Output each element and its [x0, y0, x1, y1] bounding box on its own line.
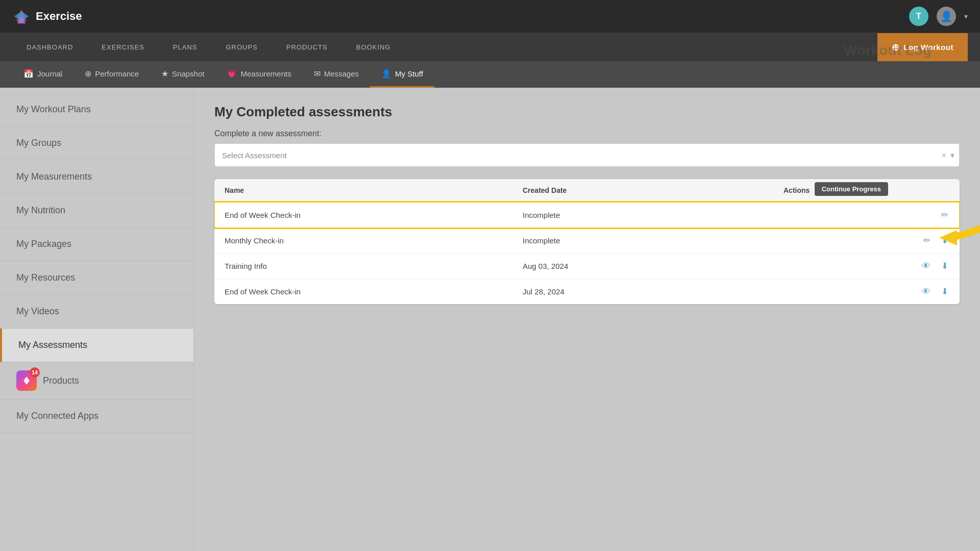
messages-icon: ✉ [314, 69, 321, 79]
main-layout: My Workout Plans My Groups My Measuremen… [0, 88, 980, 551]
table-row: Monthly Check-in Incomplete ✏ ⬇ [214, 228, 960, 254]
col-header-date: Created Date [512, 179, 773, 202]
cell-date-3: Jul 28, 2024 [512, 279, 773, 305]
tab-performance[interactable]: ⊕ Performance [74, 61, 150, 88]
app-name: Exercise [36, 10, 82, 23]
assessments-table: Name Created Date Actions Continue Progr… [214, 179, 960, 304]
select-controls: × ▾ [942, 151, 954, 160]
download-icon-2[interactable]: ⬇ [940, 260, 949, 272]
products-label: Products [43, 375, 79, 386]
user-avatar-teal[interactable]: T [909, 7, 928, 26]
tab-journal[interactable]: 📅 Journal [12, 61, 74, 88]
cell-name-1: Monthly Check-in [214, 228, 512, 254]
edit-icon-1[interactable]: ✏ [922, 235, 932, 246]
table-row: Training Info Aug 03, 2024 👁 ⬇ [214, 254, 960, 279]
top-header: Exercise T 👤 ▾ [0, 0, 980, 33]
sidebar-item-nutrition[interactable]: My Nutrition [0, 194, 193, 228]
select-assessment[interactable]: Select Assessment [214, 143, 960, 167]
cell-actions-3: 👁 ⬇ [773, 279, 960, 305]
cell-date-1: Incomplete [512, 228, 773, 254]
sidebar: My Workout Plans My Groups My Measuremen… [0, 88, 194, 551]
table-row: End of Week Check-in Incomplete ✏ [214, 202, 960, 228]
sidebar-item-products[interactable]: 14 Products [0, 362, 193, 399]
sidebar-item-workout-plans[interactable]: My Workout Plans [0, 93, 193, 127]
view-icon-2[interactable]: 👁 [921, 260, 932, 272]
tab-snapshot[interactable]: ★ Snapshot [150, 61, 215, 88]
logo-area: Exercise [12, 7, 82, 26]
sub-nav: 📅 Journal ⊕ Performance ★ Snapshot 💗 Mea… [0, 61, 980, 88]
nav-item-plans[interactable]: PLANS [159, 33, 212, 61]
cell-name-0: End of Week Check-in [214, 202, 512, 228]
sidebar-item-assessments[interactable]: My Assessments [0, 329, 193, 362]
col-header-name: Name [214, 179, 512, 202]
cell-name-2: Training Info [214, 254, 512, 279]
sidebar-item-connected-apps[interactable]: My Connected Apps [0, 399, 193, 433]
sidebar-item-measurements[interactable]: My Measurements [0, 160, 193, 194]
sidebar-item-groups[interactable]: My Groups [0, 127, 193, 160]
user-dropdown-arrow[interactable]: ▾ [964, 12, 968, 20]
user-avatar-grey[interactable]: 👤 [937, 7, 956, 26]
cell-actions-0: ✏ [773, 202, 960, 228]
table-header-row: Name Created Date Actions Continue Progr… [214, 179, 960, 202]
snapshot-icon: ★ [161, 69, 168, 79]
select-clear-icon[interactable]: × [942, 151, 946, 160]
tab-my-stuff[interactable]: 👤 My Stuff [370, 61, 434, 88]
continue-progress-tooltip: Continue Progress [815, 182, 888, 196]
cell-name-3: End of Week Check-in [214, 279, 512, 305]
table-row: End of Week Check-in Jul 28, 2024 👁 ⬇ [214, 279, 960, 305]
col-header-actions: Actions Continue Progress [773, 179, 960, 202]
nav-item-booking[interactable]: BOOKING [342, 33, 405, 61]
nav-item-products[interactable]: PRODUCTS [272, 33, 342, 61]
page-title: My Completed assessments [214, 104, 960, 120]
tab-measurements[interactable]: 💗 Measurements [215, 61, 302, 88]
journal-icon: 📅 [23, 69, 34, 79]
nav-bar: DASHBOARD EXERCISES PLANS GROUPS PRODUCT… [0, 33, 980, 61]
my-stuff-icon: 👤 [381, 69, 391, 79]
sidebar-item-resources[interactable]: My Resources [0, 261, 193, 295]
content-area: My Completed assessments Complete a new … [194, 88, 980, 551]
download-icon-1[interactable]: ⬇ [940, 235, 949, 246]
cell-actions-2: 👁 ⬇ [773, 254, 960, 279]
nav-item-dashboard[interactable]: DASHBOARD [12, 33, 87, 61]
header-right: T 👤 ▾ [909, 7, 968, 26]
nav-item-groups[interactable]: GROUPS [211, 33, 272, 61]
sidebar-item-videos[interactable]: My Videos [0, 295, 193, 329]
measurements-icon: 💗 [227, 69, 237, 79]
nav-item-exercises[interactable]: EXERCISES [87, 33, 158, 61]
view-icon-3[interactable]: 👁 [921, 286, 932, 297]
select-assessment-wrapper: Select Assessment × ▾ [214, 143, 960, 167]
edit-icon-0[interactable]: ✏ [940, 209, 949, 221]
tab-messages[interactable]: ✉ Messages [303, 61, 370, 88]
products-icon-wrap: 14 [16, 370, 37, 391]
performance-icon: ⊕ [85, 69, 91, 79]
cell-date-0: Incomplete [512, 202, 773, 228]
products-badge: 14 [30, 367, 40, 378]
cell-actions-1: ✏ ⬇ [773, 228, 960, 254]
download-icon-3[interactable]: ⬇ [940, 286, 949, 297]
select-dropdown-icon[interactable]: ▾ [950, 151, 954, 160]
sidebar-item-packages[interactable]: My Packages [0, 228, 193, 261]
complete-new-label: Complete a new assessment: [214, 129, 960, 138]
cell-date-2: Aug 03, 2024 [512, 254, 773, 279]
logo-icon [12, 7, 31, 26]
